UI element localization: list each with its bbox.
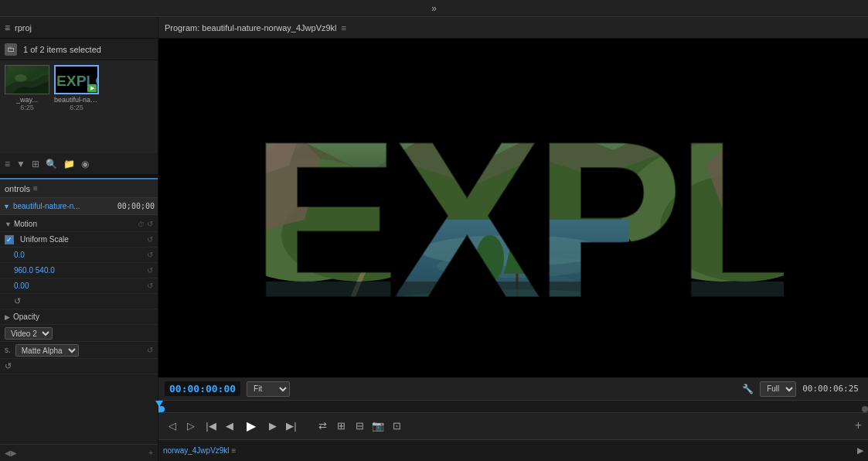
- scrubber-bar[interactable]: [158, 401, 868, 413]
- clip-row: ▼ beautiful-nature-n... 00;00;00: [0, 198, 158, 215]
- edit-controls: ⇄ ⊞ ⊟ 📷 ⊡: [315, 420, 404, 432]
- selected-count: 1 of 2 items selected: [23, 45, 101, 54]
- step-forward-btn[interactable]: ▶: [265, 420, 281, 432]
- clip-mark-controls: |◀ ◀: [203, 420, 237, 432]
- thumb-duration-2: 6:25: [70, 104, 83, 111]
- blend-mode-reset[interactable]: ↺: [147, 346, 153, 354]
- new-bin-icon[interactable]: 📁: [63, 159, 75, 169]
- program-monitor-title: Program: beautiful-nature-norway_4JwpVz9…: [165, 23, 337, 32]
- scroll-left-btn[interactable]: ◀: [5, 449, 11, 457]
- effect-controls-menu-icon[interactable]: ≡: [33, 184, 38, 193]
- svg-text:EXPLORE: EXPLORE: [250, 94, 784, 344]
- export-frame-btn[interactable]: 📷: [370, 420, 386, 432]
- thumb-label-1: _way...: [5, 96, 49, 104]
- mark-in-btn[interactable]: ◁: [165, 420, 180, 432]
- loop-btn[interactable]: ⇄: [315, 420, 330, 432]
- transport-bar: ◁ ▷ |◀ ◀ ▶ ▶ ▶| ⇄ ⊞ ⊟ 📷 ⊡: [158, 413, 868, 438]
- position-reset[interactable]: ↺: [147, 251, 153, 259]
- folder-icon[interactable]: 🗀: [5, 43, 17, 56]
- uniform-scale-checkbox[interactable]: ✓: [5, 235, 14, 244]
- add-monitor-btn[interactable]: +: [855, 418, 862, 432]
- motion-reset-icon[interactable]: ↺: [147, 220, 153, 228]
- scroll-right-btn[interactable]: ▶: [11, 449, 17, 457]
- play-btn[interactable]: ▶: [242, 418, 260, 433]
- effect-controls-header: ontrols ≡: [0, 179, 158, 198]
- thumb-badge: ▶: [87, 84, 97, 92]
- go-to-in-btn[interactable]: |◀: [203, 420, 219, 432]
- fit-dropdown[interactable]: Fit 25% 50% 75% 100%: [247, 381, 290, 397]
- uniform-scale-reset[interactable]: ↺: [147, 235, 153, 244]
- program-monitor-header: Program: beautiful-nature-norway_4JwpVz9…: [158, 17, 868, 39]
- blend-mode-label: s.: [5, 346, 11, 354]
- thumbnail-2: EXPLORE ▶: [54, 65, 99, 94]
- timecode-bar: 00:00:00:00 Fit 25% 50% 75% 100% 🔧 Full …: [158, 377, 868, 401]
- video-track-select[interactable]: Video 2: [5, 327, 53, 340]
- left-bottom-bar: ◀ ▶ +: [0, 444, 158, 461]
- thumbnail-1: [5, 65, 49, 94]
- opacity-section[interactable]: ▶ Opacity: [0, 309, 158, 325]
- expand-icon[interactable]: »: [431, 3, 437, 14]
- rotation-row: 0.00 ↺: [0, 278, 158, 294]
- search-icon[interactable]: 🔍: [46, 159, 57, 169]
- svg-point-1: [15, 74, 27, 82]
- thumb-label-2: beautiful-nature-norwa...: [54, 96, 99, 104]
- motion-stopwatch-icon[interactable]: ⏱: [138, 220, 147, 228]
- clip-name: beautiful-nature-n...: [13, 202, 80, 210]
- new-item-icon[interactable]: ◉: [81, 159, 89, 169]
- panel-icon: ≡: [5, 22, 10, 33]
- timeline-name: norway_4JwpVz9kl: [163, 446, 230, 455]
- rotation-value[interactable]: 0.00: [14, 282, 29, 290]
- add-btn[interactable]: +: [148, 449, 153, 457]
- scrubber-in-point[interactable]: [158, 406, 165, 412]
- list-view-icon[interactable]: ≡: [5, 159, 10, 169]
- icon-toolbar: ≡ ▼ ⊞ 🔍 📁 ◉: [0, 153, 158, 175]
- scale-reset[interactable]: ↺: [147, 266, 153, 275]
- scale-value[interactable]: 960.0 540.0: [14, 266, 55, 275]
- insert-btn[interactable]: ⊞: [333, 420, 349, 432]
- cursor-icon: ▶: [857, 446, 863, 456]
- overwrite-btn[interactable]: ⊟: [352, 420, 367, 432]
- program-monitor-menu-icon[interactable]: ≡: [342, 23, 346, 32]
- motion-collapse-icon: ▼: [5, 220, 12, 228]
- grid-view-icon[interactable]: ⊞: [32, 159, 39, 169]
- blend-mode-select[interactable]: Matte Alpha: [15, 344, 79, 357]
- top-bar: »: [0, 0, 868, 17]
- thumb-duration-1: 6:25: [20, 104, 34, 111]
- list-item[interactable]: EXPLORE ▶ beautiful-nature-norwa... 6:25: [54, 65, 99, 149]
- timeline-tab[interactable]: norway_4JwpVz9kl ≡: [163, 446, 236, 455]
- uniform-scale-label: Uniform Scale: [20, 235, 144, 244]
- composite-reset-icon[interactable]: ↺: [5, 361, 12, 371]
- mark-out-btn[interactable]: ▷: [183, 420, 199, 432]
- motion-label: Motion: [14, 220, 138, 228]
- reset-all-icon[interactable]: ↺: [14, 296, 21, 306]
- wrench-icon[interactable]: 🔧: [742, 384, 754, 394]
- blend-mode-row: s. Matte Alpha ↺: [0, 342, 158, 359]
- end-timecode: 00:00:06:25: [802, 384, 859, 394]
- bottom-timeline-strip: norway_4JwpVz9kl ≡ ▶: [158, 439, 868, 461]
- reset-all-row: ↺: [0, 294, 158, 309]
- effect-controls-title: ontrols: [5, 184, 30, 193]
- position-row: 0.0 ↺: [0, 248, 158, 263]
- opacity-label: Opacity: [13, 312, 39, 321]
- clip-timecode: 00;00;00: [117, 202, 155, 210]
- program-monitor: Program: beautiful-nature-norway_4JwpVz9…: [158, 17, 868, 461]
- monitor-controls: 00:00:00:00 Fit 25% 50% 75% 100% 🔧 Full …: [158, 377, 868, 439]
- thumbnails-area: _way... 6:25: [0, 60, 158, 153]
- opacity-expand-icon: ▶: [5, 313, 10, 321]
- rotation-reset[interactable]: ↺: [147, 282, 153, 290]
- dropdown-icon[interactable]: ▼: [16, 159, 26, 169]
- scrubber-out-point[interactable]: [862, 406, 868, 412]
- project-title: rproj: [15, 23, 32, 32]
- step-back-btn[interactable]: ◀: [222, 420, 237, 432]
- video-track-row: Video 2: [0, 325, 158, 342]
- quality-dropdown[interactable]: Full 1/2 1/4 1/8: [760, 381, 796, 397]
- clip-expand-icon[interactable]: ▼: [3, 203, 10, 210]
- timeline-menu-icon[interactable]: ≡: [232, 446, 237, 455]
- list-item[interactable]: _way... 6:25: [5, 65, 49, 149]
- current-timecode[interactable]: 00:00:00:00: [165, 381, 240, 396]
- explore-svg: EXPLORE: [243, 65, 784, 351]
- position-value[interactable]: 0.0: [14, 251, 25, 259]
- go-to-out-btn[interactable]: ▶|: [284, 420, 299, 432]
- extra-btn[interactable]: ⊡: [389, 420, 404, 432]
- motion-section[interactable]: ▼ Motion ⏱ ↺: [0, 217, 158, 232]
